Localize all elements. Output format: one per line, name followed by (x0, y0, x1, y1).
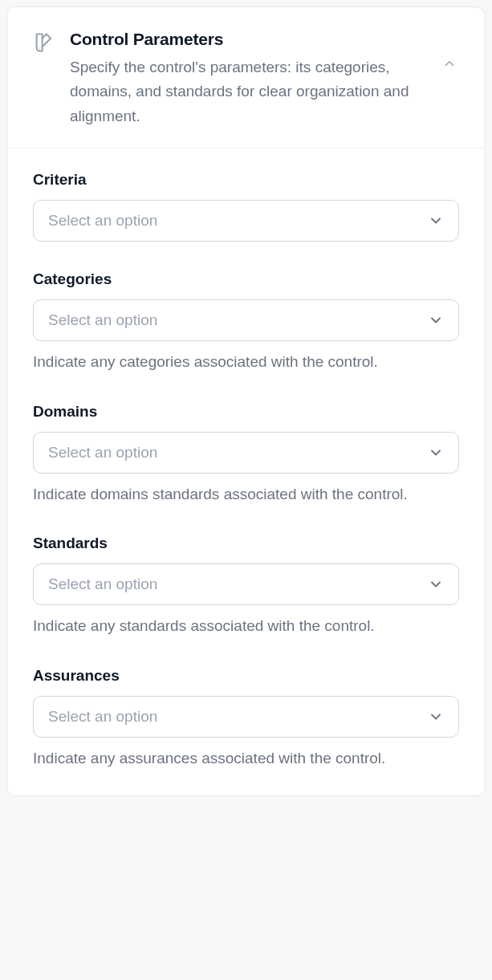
domains-hint: Indicate domains standards associated wi… (33, 483, 459, 506)
domains-label: Domains (33, 403, 459, 421)
criteria-label: Criteria (33, 171, 459, 189)
card-header: Control Parameters Specify the control's… (7, 7, 485, 148)
field-categories: Categories Select an option Indicate any… (33, 270, 459, 374)
chevron-down-icon (428, 445, 444, 461)
standards-hint: Indicate any standards associated with t… (33, 615, 459, 638)
chevron-down-icon (428, 576, 444, 592)
card-title: Control Parameters (70, 30, 425, 49)
assurances-select[interactable]: Select an option (33, 696, 459, 738)
standards-select[interactable]: Select an option (33, 563, 459, 605)
card-body: Criteria Select an option Categories Sel… (7, 148, 485, 795)
categories-select[interactable]: Select an option (33, 299, 459, 341)
criteria-placeholder: Select an option (48, 212, 157, 230)
collapse-toggle[interactable] (440, 54, 459, 73)
control-parameters-card: Control Parameters Specify the control's… (6, 6, 486, 796)
domains-select[interactable]: Select an option (33, 432, 459, 474)
header-text: Control Parameters Specify the control's… (70, 30, 425, 128)
field-standards: Standards Select an option Indicate any … (33, 535, 459, 638)
chevron-down-icon (428, 213, 444, 229)
svg-point-0 (39, 47, 39, 48)
assurances-hint: Indicate any assurances associated with … (33, 747, 459, 771)
chevron-down-icon (428, 709, 444, 725)
standards-label: Standards (33, 535, 459, 552)
chevron-up-icon (442, 56, 457, 71)
categories-placeholder: Select an option (48, 311, 157, 329)
swatch-icon (33, 31, 55, 54)
assurances-label: Assurances (33, 667, 459, 685)
field-criteria: Criteria Select an option (33, 171, 459, 242)
categories-hint: Indicate any categories associated with … (33, 351, 459, 374)
categories-label: Categories (33, 270, 459, 288)
field-domains: Domains Select an option Indicate domain… (33, 403, 459, 506)
assurances-placeholder: Select an option (48, 708, 157, 726)
card-description: Specify the control's parameters: its ca… (70, 55, 425, 128)
standards-placeholder: Select an option (48, 575, 157, 593)
domains-placeholder: Select an option (48, 444, 157, 462)
field-assurances: Assurances Select an option Indicate any… (33, 667, 459, 771)
criteria-select[interactable]: Select an option (33, 200, 459, 242)
chevron-down-icon (428, 312, 444, 328)
